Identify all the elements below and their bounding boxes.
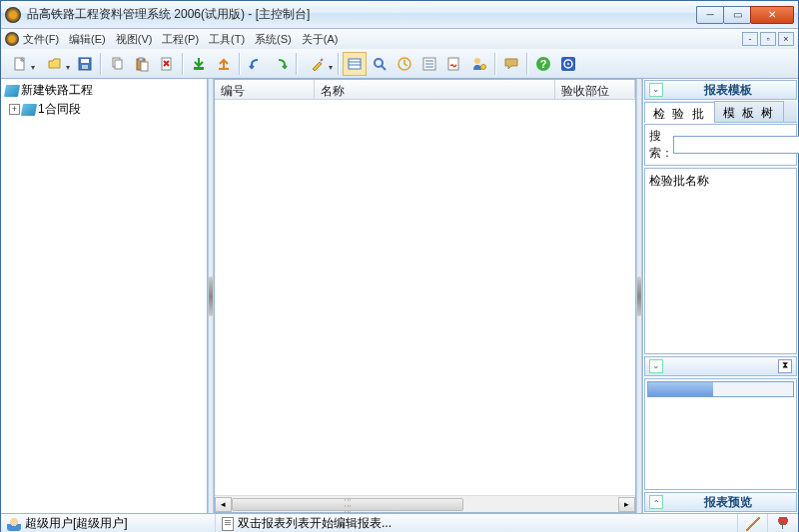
save-button[interactable] bbox=[73, 52, 97, 76]
menu-bar: 文件(F) 编辑(E) 视图(V) 工程(P) 工具(T) 系统(S) 关于(A… bbox=[1, 29, 798, 49]
minimize-button[interactable]: ─ bbox=[696, 6, 724, 24]
col-name[interactable]: 名称 bbox=[315, 80, 555, 99]
menu-about[interactable]: 关于(A) bbox=[302, 32, 339, 47]
tree-panel: 新建铁路工程 + 1合同段 bbox=[1, 79, 208, 513]
svg-rect-3 bbox=[82, 65, 88, 69]
paste-button[interactable] bbox=[130, 52, 154, 76]
export-orange-button[interactable] bbox=[212, 52, 236, 76]
expand-icon-2[interactable]: ⌄ bbox=[649, 495, 663, 509]
status-hint: 双击报表列表开始编辑报表... bbox=[238, 515, 392, 532]
svg-rect-10 bbox=[194, 67, 204, 70]
search-input[interactable] bbox=[673, 136, 799, 154]
menu-file[interactable]: 文件(F) bbox=[23, 32, 59, 47]
svg-rect-2 bbox=[81, 59, 89, 63]
user-manage-button[interactable] bbox=[467, 52, 491, 76]
progress-header[interactable]: ⌄ ⧗ bbox=[644, 356, 797, 376]
status-user: 超级用户[超级用户] bbox=[25, 515, 128, 532]
app-icon bbox=[5, 7, 21, 23]
chat-button[interactable] bbox=[499, 52, 523, 76]
grid-panel: 编号 名称 验收部位 ◂ ▸ bbox=[214, 79, 636, 513]
grid-header: 编号 名称 验收部位 bbox=[215, 80, 635, 100]
horizontal-scrollbar[interactable]: ◂ ▸ bbox=[215, 495, 635, 512]
progress-bar bbox=[647, 381, 794, 397]
svg-rect-12 bbox=[349, 59, 361, 69]
grid-body[interactable] bbox=[215, 100, 635, 495]
pin-icon bbox=[777, 517, 789, 531]
tree-root[interactable]: 新建铁路工程 bbox=[3, 81, 205, 100]
svg-point-23 bbox=[474, 58, 480, 64]
delete-button[interactable] bbox=[155, 52, 179, 76]
menu-view[interactable]: 视图(V) bbox=[116, 32, 153, 47]
status-bar: 超级用户[超级用户] 双击报表列表开始编辑报表... bbox=[1, 513, 798, 532]
status-hint-cell: 双击报表列表开始编辑报表... bbox=[216, 514, 738, 532]
inspect-list[interactable]: 检验批名称 bbox=[644, 168, 797, 354]
mdi-close[interactable]: × bbox=[778, 32, 794, 46]
section-icon bbox=[21, 104, 37, 116]
scroll-thumb[interactable] bbox=[232, 498, 463, 511]
svg-line-16 bbox=[382, 66, 386, 70]
import-green-button[interactable] bbox=[187, 52, 211, 76]
menu-tools[interactable]: 工具(T) bbox=[209, 32, 245, 47]
maximize-button[interactable]: ▭ bbox=[723, 6, 751, 24]
form-view-button[interactable] bbox=[343, 52, 367, 76]
tree-child[interactable]: + 1合同段 bbox=[3, 100, 205, 119]
svg-rect-22 bbox=[448, 58, 458, 70]
mdi-restore[interactable]: ▫ bbox=[760, 32, 776, 46]
document-icon bbox=[222, 517, 234, 531]
scroll-right[interactable]: ▸ bbox=[618, 497, 635, 512]
pencil-icon bbox=[746, 517, 760, 531]
collapse-icon-2[interactable]: ⌄ bbox=[649, 359, 663, 373]
right-sidebar: ⌄ 报表模板 检 验 批 模 板 树 搜索： 检验批名称 ⌄ ⧗ bbox=[642, 79, 798, 513]
search-row: 搜索： bbox=[644, 124, 797, 166]
new-button[interactable]: ▾ bbox=[3, 52, 37, 76]
svg-point-24 bbox=[481, 64, 486, 69]
tab-inspect[interactable]: 检 验 批 bbox=[644, 102, 715, 123]
tree-root-label: 新建铁路工程 bbox=[21, 82, 93, 99]
status-pin-cell[interactable] bbox=[768, 514, 798, 532]
menu-system[interactable]: 系统(S) bbox=[255, 32, 292, 47]
expand-icon[interactable]: + bbox=[9, 104, 20, 115]
sign-button[interactable] bbox=[442, 52, 466, 76]
undo-button[interactable] bbox=[244, 52, 268, 76]
menu-project[interactable]: 工程(P) bbox=[162, 32, 199, 47]
redo-button[interactable] bbox=[269, 52, 293, 76]
info-button[interactable] bbox=[556, 52, 580, 76]
user-icon bbox=[7, 517, 21, 531]
svg-rect-5 bbox=[115, 60, 122, 69]
open-button[interactable]: ▾ bbox=[38, 52, 72, 76]
progress-panel bbox=[644, 378, 797, 490]
svg-rect-7 bbox=[139, 58, 143, 61]
svg-rect-11 bbox=[219, 68, 229, 70]
collapse-icon[interactable]: ⌄ bbox=[649, 83, 663, 97]
status-edit-cell[interactable] bbox=[738, 514, 768, 532]
template-tabs: 检 验 批 模 板 树 bbox=[644, 101, 797, 123]
help-button[interactable]: ? bbox=[531, 52, 555, 76]
svg-point-29 bbox=[567, 63, 569, 65]
report-preview-title: 报表预览 bbox=[663, 494, 792, 511]
col-id[interactable]: 编号 bbox=[215, 80, 315, 99]
close-button[interactable]: ✕ bbox=[750, 6, 794, 24]
col-accept[interactable]: 验收部位 bbox=[555, 80, 635, 99]
toolbar: ▾ ▾ ▾ ? bbox=[1, 49, 798, 79]
scroll-left[interactable]: ◂ bbox=[215, 497, 232, 512]
tree-child-label: 1合同段 bbox=[38, 101, 81, 118]
copy-button[interactable] bbox=[105, 52, 129, 76]
svg-point-15 bbox=[375, 59, 383, 67]
preview-header[interactable]: ⌄ 报表预览 bbox=[644, 492, 797, 512]
tool-dropdown-button[interactable]: ▾ bbox=[301, 52, 335, 76]
inspect-name-label: 检验批名称 bbox=[649, 174, 709, 188]
history-button[interactable] bbox=[393, 52, 416, 76]
menu-edit[interactable]: 编辑(E) bbox=[69, 32, 106, 47]
window-title: 品高铁路工程资料管理系统 2006(试用版) - [主控制台] bbox=[27, 6, 697, 23]
titlebar: 品高铁路工程资料管理系统 2006(试用版) - [主控制台] ─ ▭ ✕ bbox=[1, 1, 798, 29]
mdi-minimize[interactable]: - bbox=[742, 32, 758, 46]
report-template-title: 报表模板 bbox=[663, 82, 792, 99]
list-button[interactable] bbox=[417, 52, 441, 76]
report-template-header[interactable]: ⌄ 报表模板 bbox=[644, 80, 797, 100]
tab-template-tree[interactable]: 模 板 树 bbox=[714, 101, 785, 122]
svg-rect-8 bbox=[141, 62, 148, 71]
project-icon bbox=[4, 85, 20, 97]
search-button[interactable] bbox=[368, 52, 392, 76]
mdi-icon bbox=[5, 32, 19, 46]
hourglass-icon[interactable]: ⧗ bbox=[778, 359, 792, 373]
